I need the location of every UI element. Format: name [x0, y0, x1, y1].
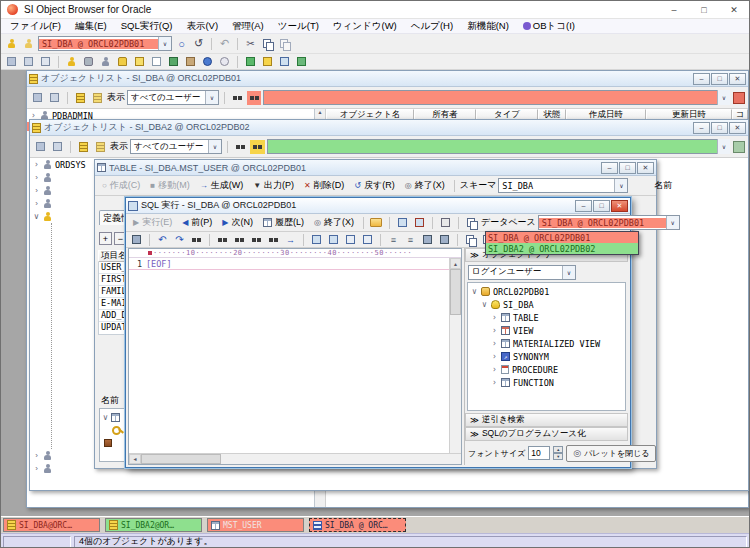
paste-icon[interactable]: [277, 37, 292, 51]
close-button[interactable]: ✕: [719, 1, 749, 18]
search-icon[interactable]: [233, 140, 248, 154]
history-button[interactable]: 履歴(L): [259, 215, 308, 231]
object-tree[interactable]: ∨ORCL02PDB01 ∨SI_DBA ›TABLE ›VIEW ›MATER…: [467, 282, 626, 411]
redo-icon[interactable]: ↷: [172, 233, 187, 247]
tree-item-table[interactable]: ›TABLE: [468, 311, 625, 324]
comment-icon[interactable]: [420, 233, 435, 247]
window-titlebar[interactable]: オブジェクトリスト - SI_DBA2 @ ORCL02PDB02 – □ ✕: [30, 120, 748, 136]
font-size-input[interactable]: 10: [528, 446, 550, 460]
disconnect-session-icon[interactable]: [21, 37, 36, 51]
tree-item-view[interactable]: ›VIEW: [468, 324, 625, 337]
session-combo[interactable]: SI_DBA @ ORCL02PDB01 ∨: [38, 36, 172, 51]
indent-icon[interactable]: ≡: [403, 233, 418, 247]
login-user-combo[interactable]: ログインユーザー ∨: [468, 265, 576, 280]
connect-session-icon[interactable]: [4, 37, 19, 51]
app-titlebar[interactable]: SI Object Browser for Oracle – □ ✕: [1, 1, 749, 19]
close-button[interactable]: ✕: [729, 122, 746, 134]
close-button[interactable]: ✕: [637, 162, 654, 174]
clear-search-button[interactable]: [733, 92, 745, 104]
menu-tools[interactable]: ツール(T): [271, 20, 326, 33]
search-icon[interactable]: [189, 233, 204, 247]
next-button[interactable]: ▶次(N): [218, 215, 257, 231]
table-data-icon[interactable]: [166, 55, 181, 69]
output-button[interactable]: ▼出力(P): [249, 178, 298, 194]
filter-search-icon[interactable]: [250, 140, 265, 154]
window-titlebar[interactable]: オブジェクトリスト - SI_DBA @ ORCL02PDB01 – □ ✕: [27, 71, 748, 87]
close-button[interactable]: ✕: [611, 200, 628, 212]
tree-item-materialized-view[interactable]: ›MATERIALIZED VIEW: [468, 337, 625, 350]
format-icon[interactable]: [438, 216, 453, 230]
sql-editor[interactable]: ·······10········20········30········40·…: [128, 248, 462, 465]
chevron-down-icon[interactable]: ∨: [158, 37, 171, 50]
recycle-icon[interactable]: [243, 55, 258, 69]
task-button-object-list-1[interactable]: SI_DBA@ORC…: [3, 518, 100, 532]
editor-vertical-scrollbar[interactable]: ▲: [449, 258, 461, 453]
lock-icon[interactable]: [115, 55, 130, 69]
column-icon[interactable]: [132, 55, 147, 69]
generate-button[interactable]: →生成(W): [196, 178, 248, 194]
minimize-button[interactable]: –: [575, 200, 592, 212]
minimize-button[interactable]: –: [693, 73, 710, 85]
tree-item-schema[interactable]: ∨SI_DBA: [468, 298, 625, 311]
clock-icon[interactable]: [217, 55, 232, 69]
refresh-list-icon[interactable]: [30, 91, 45, 105]
matrix-icon[interactable]: [294, 55, 309, 69]
tree-item-function[interactable]: ›FUNCTION: [468, 376, 625, 389]
copy-special-icon[interactable]: [463, 233, 478, 247]
font-size-stepper[interactable]: ▲ ▼: [553, 446, 563, 460]
package-icon[interactable]: [183, 55, 198, 69]
task-button-sql-execution[interactable]: SI_DBA @ ORC…: [309, 518, 406, 532]
create-button[interactable]: ○作成(C): [98, 178, 144, 194]
file-icon[interactable]: [149, 55, 164, 69]
goto-line-icon[interactable]: →: [283, 233, 298, 247]
tree-toggle-icon[interactable]: ›: [33, 160, 40, 169]
menu-help[interactable]: ヘルプ(H): [404, 20, 460, 33]
close-window-button[interactable]: ◎終了(X): [310, 215, 358, 231]
reverse-search-header[interactable]: ≫ 逆引き検索: [465, 413, 628, 427]
session-list-icon[interactable]: [21, 55, 36, 69]
window-titlebar[interactable]: SQL 実行 - SI_DBA @ ORCL02PDB01 – □ ✕: [126, 198, 630, 214]
tree-item-database[interactable]: ∨ORCL02PDB01: [468, 285, 625, 298]
run-button[interactable]: ▶実行(E): [129, 215, 176, 231]
menu-sql-exec[interactable]: SQL実行(Q): [114, 20, 180, 33]
detail-view-icon[interactable]: [93, 140, 108, 154]
editor-horizontal-scrollbar[interactable]: ◄: [129, 453, 461, 464]
prev-button[interactable]: ◀前(P): [178, 215, 216, 231]
dropdown-option-si-dba[interactable]: SI_DBA @ ORCL02PDB01: [486, 232, 638, 243]
tree-item-procedure[interactable]: ›PROCEDURE: [468, 363, 625, 376]
dropdown-option-si-dba2[interactable]: SI_DBA2 @ ORCL02PDB02: [486, 243, 638, 254]
outdent-icon[interactable]: ≡: [386, 233, 401, 247]
refresh-icon[interactable]: ↺: [191, 37, 206, 51]
editor-text-area[interactable]: 1 [EOF]: [129, 258, 449, 453]
result-grid-new-icon[interactable]: [412, 216, 427, 230]
list-view-icon[interactable]: [73, 91, 88, 105]
window-mode-icon[interactable]: [50, 140, 65, 154]
user-icon[interactable]: [64, 55, 79, 69]
find-in-files-icon[interactable]: [249, 233, 264, 247]
snippet2-icon[interactable]: [326, 233, 341, 247]
object-list-icon[interactable]: [4, 55, 19, 69]
network-icon[interactable]: [200, 55, 215, 69]
id-icon[interactable]: [277, 55, 292, 69]
database-icon[interactable]: [81, 55, 96, 69]
schema-combo[interactable]: SI_DBA ∨: [498, 178, 628, 193]
open-file-icon[interactable]: [369, 216, 384, 230]
add-column-button[interactable]: +: [99, 232, 112, 245]
filter-search-icon[interactable]: [247, 91, 261, 105]
uncomment-icon[interactable]: [437, 233, 452, 247]
search-icon[interactable]: [230, 91, 245, 105]
role-icon[interactable]: [98, 55, 113, 69]
circle-icon[interactable]: ○: [174, 37, 189, 51]
menu-obtoko[interactable]: OBトコ(I): [516, 20, 582, 33]
find-next-icon[interactable]: [215, 233, 230, 247]
select-all-icon[interactable]: [343, 233, 358, 247]
refresh-list-icon[interactable]: [33, 140, 48, 154]
menu-window[interactable]: ウィンドウ(W): [326, 20, 404, 33]
minimize-button[interactable]: –: [659, 1, 689, 18]
move-button[interactable]: ■移動(M): [146, 178, 193, 194]
list-view-icon[interactable]: [76, 140, 91, 154]
sql-editor-icon[interactable]: [38, 55, 53, 69]
object-search-input[interactable]: [267, 139, 717, 154]
copy-icon[interactable]: [260, 37, 275, 51]
minimize-button[interactable]: –: [601, 162, 618, 174]
